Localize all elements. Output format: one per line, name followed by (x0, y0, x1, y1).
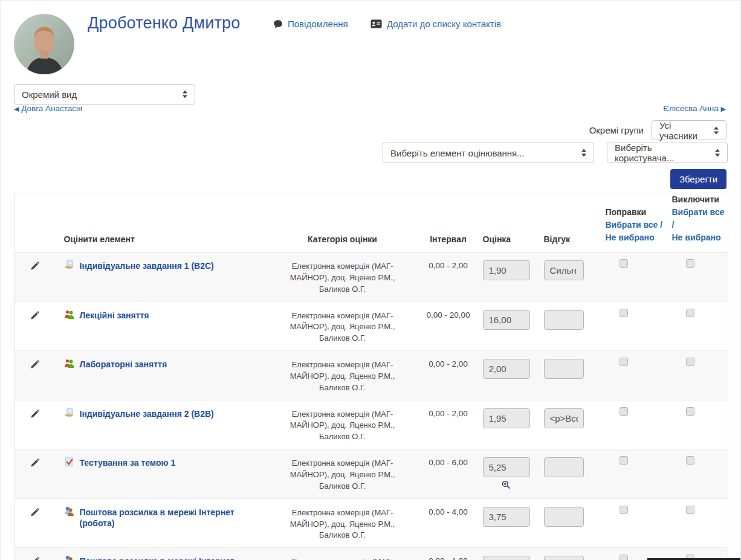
category-text: Електронна комерція (МАГ-МАЙНОР), доц. Я… (285, 556, 401, 560)
attendance-icon (64, 358, 74, 369)
edit-grade-icon[interactable] (30, 459, 39, 470)
page-title: Дроботенко Дмитро (88, 14, 241, 33)
assignment-icon (64, 408, 74, 418)
table-row: Лекційні заняття Електронна комерція (МА… (15, 301, 728, 351)
prev-user-link[interactable]: ◀ Довга Анастасія (14, 104, 82, 113)
assignment-icon (64, 260, 74, 270)
range-value: 0,00 - 6,00 (429, 458, 468, 467)
item-link[interactable]: Тестування за темою 1 (80, 457, 176, 468)
range-value: 0,00 - 20,00 (426, 311, 470, 320)
exclude-checkbox[interactable] (686, 456, 694, 465)
header-exclude: Виключити Вибрати все / Не вибрано (666, 193, 728, 253)
grade-item-select[interactable]: Виберіть елемент оцінювання... (383, 143, 594, 163)
grade-input[interactable] (483, 359, 530, 379)
category-text: Електронна комерція (МАГ-МАЙНОР), доц. Я… (285, 507, 401, 542)
header-grade-category: Категорія оцінки (264, 193, 421, 253)
prev-arrow-icon: ◀ (14, 105, 19, 112)
exclude-checkbox[interactable] (686, 259, 694, 268)
message-link-label: Повідомлення (288, 19, 348, 29)
header-grade: Оцінка (476, 193, 542, 253)
groups-row: Окремі групи Усі учасники (589, 120, 726, 140)
item-link[interactable]: Поштова розсилка в мережі Інтернет (оцін… (80, 556, 264, 560)
edit-grade-icon[interactable] (30, 311, 39, 323)
override-checkbox[interactable] (620, 555, 628, 560)
override-checkbox[interactable] (620, 456, 628, 465)
override-checkbox[interactable] (620, 506, 628, 514)
grade-input[interactable] (483, 260, 530, 280)
view-mode-select[interactable]: Окремий вид (14, 84, 195, 105)
item-link[interactable]: Індивідуальне завдання 1 (B2C) (80, 260, 214, 271)
exclude-select-all-link[interactable]: Вибрати все / (672, 206, 728, 231)
grade-input[interactable] (483, 507, 530, 527)
next-arrow-icon: ▶ (721, 105, 726, 112)
add-contact-link[interactable]: Додати до списку контактів (370, 19, 501, 29)
exclude-select-none-link[interactable]: Не вибрано (672, 231, 728, 244)
user-select[interactable]: Виберіть користувача... (607, 143, 728, 163)
quiz-icon (64, 457, 74, 467)
override-checkbox[interactable] (620, 259, 628, 268)
grade-item-select-value: Виберіть елемент оцінювання... (390, 148, 525, 158)
select-arrows-icon (183, 91, 188, 98)
edit-grade-icon[interactable] (30, 410, 39, 421)
feedback-input[interactable] (544, 260, 584, 280)
range-value: 0,00 - 4,00 (429, 507, 468, 517)
grade-input[interactable] (483, 457, 530, 477)
workshop-icon (64, 506, 74, 517)
override-label: Поправки (606, 207, 647, 217)
edit-grade-icon[interactable] (30, 508, 39, 520)
override-checkbox[interactable] (620, 309, 628, 317)
item-link[interactable]: Лекційні заняття (80, 310, 149, 321)
override-checkbox[interactable] (620, 407, 628, 416)
table-row: Поштова розсилка в мережі Інтернет (робо… (15, 498, 728, 548)
override-checkbox[interactable] (620, 358, 628, 366)
header-grade-item: Оцінити елемент (56, 193, 264, 253)
exclude-checkbox[interactable] (686, 506, 694, 514)
grade-input[interactable] (483, 556, 530, 560)
grade-input[interactable] (483, 408, 530, 428)
add-contact-link-label: Додати до списку контактів (387, 19, 501, 29)
exclude-checkbox[interactable] (686, 407, 694, 416)
feedback-input[interactable] (544, 359, 584, 379)
exclude-checkbox[interactable] (686, 358, 694, 366)
override-select-all-link[interactable]: Вибрати все / (606, 219, 666, 231)
edit-grade-icon[interactable] (30, 557, 39, 560)
groups-label: Окремі групи (589, 125, 644, 135)
save-button[interactable]: Зберегти (670, 169, 726, 189)
message-link[interactable]: Повідомлення (273, 19, 348, 29)
message-bubble-icon (273, 19, 283, 29)
category-text: Електронна комерція (МАГ-МАЙНОР), доц. Я… (285, 260, 401, 295)
edit-grade-icon[interactable] (30, 262, 39, 273)
single-view-grade-page: Дроботенко Дмитро Повідомлення Додати до… (0, 0, 741, 560)
zoom-grade-icon[interactable] (502, 480, 511, 492)
item-link[interactable]: Лабораторні заняття (80, 359, 167, 370)
header-range: Інтервал (421, 193, 476, 253)
group-select-value: Усі учасники (659, 120, 708, 141)
edit-grade-icon[interactable] (30, 360, 39, 372)
header-edit (15, 193, 56, 253)
group-select[interactable]: Усі учасники (652, 120, 726, 140)
attendance-icon (64, 309, 74, 320)
category-text: Електронна комерція (МАГ-МАЙНОР), доц. Я… (285, 359, 401, 394)
view-mode-value: Окремий вид (22, 89, 77, 100)
next-user-link[interactable]: Єлісеєва Анна ▶ (663, 104, 726, 113)
item-link[interactable]: Індивідуальне завдання 2 (B2B) (80, 408, 214, 419)
range-value: 0,00 - 2,00 (429, 261, 468, 270)
item-link[interactable]: Поштова розсилка в мережі Інтернет (робо… (80, 507, 264, 529)
select-arrows-icon (581, 149, 587, 157)
exclude-checkbox[interactable] (686, 309, 694, 317)
feedback-input[interactable] (544, 507, 584, 527)
contact-card-icon (370, 19, 382, 28)
category-text: Електронна комерція (МАГ-МАЙНОР), доц. Я… (285, 310, 401, 345)
feedback-input[interactable] (544, 310, 584, 330)
category-text: Електронна комерція (МАГ-МАЙНОР), доц. Я… (285, 408, 401, 443)
feedback-input[interactable] (544, 408, 584, 428)
feedback-input[interactable] (544, 457, 584, 477)
feedback-input[interactable] (544, 556, 584, 560)
grade-input[interactable] (483, 310, 530, 330)
select-arrows-icon (715, 149, 720, 157)
category-text: Електронна комерція (МАГ-МАЙНОР), доц. Я… (285, 457, 401, 492)
override-select-none-link[interactable]: Не вибрано (606, 231, 666, 244)
table-row: Тестування за темою 1 Електронна комерці… (15, 449, 728, 499)
exclude-label: Виключити (672, 195, 719, 204)
grade-table-body: Індивідуальне завдання 1 (B2C) Електронн… (15, 253, 728, 560)
